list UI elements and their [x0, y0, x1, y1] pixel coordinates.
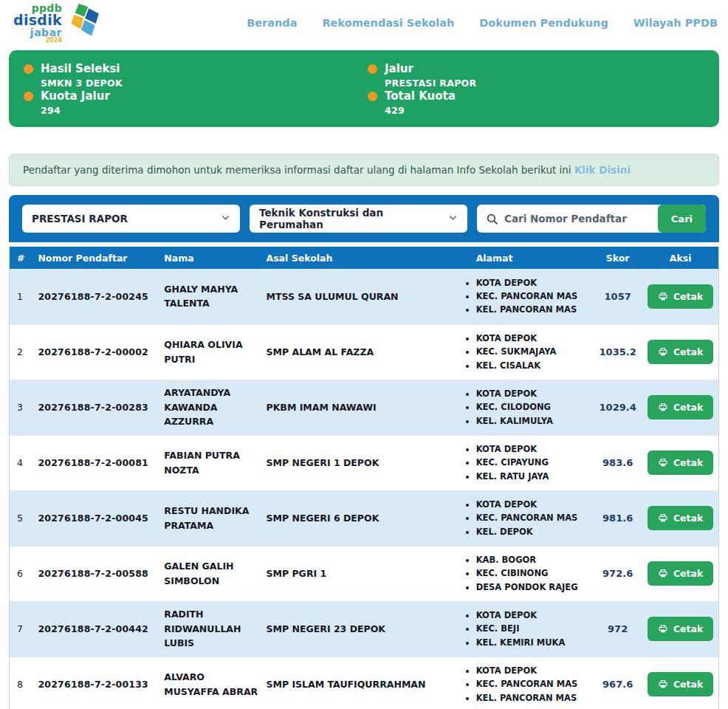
- summary-jalur: Jalur PRESTASI RAPOR: [368, 62, 704, 89]
- table-header: # Nomor Pendaftar Nama Asal Sekolah Alam…: [10, 247, 718, 269]
- alamat-line: KEL. PANCORAN MAS: [476, 303, 593, 316]
- cetak-button[interactable]: Cetak: [648, 451, 713, 475]
- alamat: KOTA DEPOKKEC. PANCORAN MASKEL. DEPOK: [441, 490, 593, 546]
- skor: 1035.2: [593, 324, 642, 380]
- alamat-line: KAB. BOGOR: [476, 553, 593, 566]
- nama: RESTU HANDIKA PRATAMA: [164, 490, 266, 546]
- cetak-label: Cetak: [673, 291, 703, 302]
- alamat-list: KOTA DEPOKKEC. SUKMAJAYAKEL. CISALAK: [476, 332, 593, 372]
- skor: 972: [593, 601, 642, 657]
- alamat-line: KEC. PANCORAN MAS: [476, 511, 593, 524]
- asal-sekolah: PKBM IMAM NAWAWI: [267, 380, 441, 435]
- table-row: 520276188-7-2-00045RESTU HANDIKA PRATAMA…: [10, 490, 718, 546]
- nav-dokumen-pendukung[interactable]: Dokumen Pendukung: [479, 17, 608, 29]
- alamat-line: KEC. PANCORAN MAS: [476, 677, 593, 691]
- nama: FABIAN PUTRA NOZTA: [164, 435, 266, 490]
- search-input[interactable]: [504, 205, 658, 233]
- summary-label: Jalur: [385, 62, 413, 75]
- logo-wordmark: ppdb disdik jabar 2024: [13, 3, 62, 44]
- cetak-label: Cetak: [673, 402, 703, 413]
- nomor-pendaftar: 20276188-7-2-00045: [38, 490, 164, 546]
- nama: ARYATANDYA KAWANDA AZZURRA: [164, 380, 266, 435]
- selection-summary-panel: Hasil Seleksi SMKN 3 DEPOK Jalur PRESTAS…: [9, 50, 719, 127]
- summary-value: PRESTASI RAPOR: [385, 78, 704, 89]
- nomor-pendaftar: 20276188-7-2-00588: [38, 546, 164, 601]
- notice-text: Pendaftar yang diterima dimohon untuk me…: [23, 164, 571, 176]
- printer-icon: [658, 403, 668, 412]
- summary-label: Total Kuota: [385, 89, 456, 103]
- alamat-line: KEC. CILODONG: [476, 400, 593, 414]
- alamat-line: KOTA DEPOK: [476, 664, 593, 677]
- cetak-button[interactable]: Cetak: [648, 672, 713, 696]
- printer-icon: [658, 513, 668, 523]
- summary-hasil-seleksi: Hasil Seleksi SMKN 3 DEPOK: [24, 62, 360, 89]
- alamat-line: DESA PONDOK RAJEG: [476, 580, 593, 594]
- bullet-icon: [24, 64, 33, 74]
- aksi-cell: Cetak: [642, 601, 718, 657]
- row-index: 4: [10, 435, 38, 490]
- nav-wilayah-ppdb[interactable]: Wilayah PPDB: [633, 17, 718, 29]
- printer-icon: [658, 679, 668, 689]
- row-index: 5: [10, 490, 38, 546]
- nav-beranda[interactable]: Beranda: [247, 17, 297, 29]
- alamat-line: KEC. CIBINONG: [476, 566, 593, 580]
- alamat-list: KOTA DEPOKKEC. CIPAYUNGKEL. RATU JAYA: [476, 442, 593, 483]
- results-table-wrap: # Nomor Pendaftar Nama Asal Sekolah Alam…: [9, 247, 719, 709]
- results-table: # Nomor Pendaftar Nama Asal Sekolah Alam…: [10, 247, 718, 709]
- aksi-cell: Cetak: [642, 490, 718, 546]
- alamat-line: KOTA DEPOK: [476, 498, 593, 511]
- open-book-icon: [63, 2, 102, 44]
- cetak-button[interactable]: Cetak: [648, 340, 713, 364]
- alamat: KOTA DEPOKKEC. PANCORAN MASKEL. PANCORAN…: [441, 269, 593, 324]
- nomor-pendaftar: 20276188-7-2-00133: [38, 657, 164, 709]
- cetak-label: Cetak: [673, 568, 703, 579]
- alamat-line: KOTA DEPOK: [476, 332, 593, 345]
- klik-disini-link[interactable]: Klik Disini: [574, 164, 631, 176]
- cetak-button[interactable]: Cetak: [648, 395, 713, 419]
- alamat: KOTA DEPOKKEC. BEJIKEL. KEMIRI MUKA: [441, 601, 593, 657]
- cetak-button[interactable]: Cetak: [648, 617, 713, 641]
- alamat-line: KEL. KEMIRI MUKA: [476, 636, 593, 649]
- col-header-no: #: [10, 247, 38, 269]
- kompetensi-select[interactable]: Teknik Konstruksi dan Perumahan: [250, 205, 467, 233]
- alamat: KOTA DEPOKKEC. CILODONGKEL. KALIMULYA: [441, 380, 593, 435]
- alamat-line: KEL. RATU JAYA: [476, 470, 593, 483]
- nav-rekomendasi-sekolah[interactable]: Rekomendasi Sekolah: [322, 17, 454, 29]
- cetak-label: Cetak: [673, 679, 703, 690]
- jalur-select[interactable]: PRESTASI RAPOR: [22, 205, 240, 233]
- alamat-line: KOTA DEPOK: [476, 387, 593, 400]
- bullet-icon: [24, 92, 33, 101]
- col-header-aksi: Aksi: [642, 247, 718, 269]
- summary-value: 429: [385, 105, 704, 116]
- summary-value: SMKN 3 DEPOK: [41, 78, 360, 89]
- search-icon: [477, 213, 504, 225]
- row-index: 7: [10, 601, 38, 657]
- printer-icon: [658, 569, 668, 578]
- alamat-list: KOTA DEPOKKEC. PANCORAN MASKEL. PANCORAN…: [476, 276, 593, 317]
- logo-jabar: jabar: [13, 27, 62, 38]
- aksi-cell: Cetak: [642, 546, 718, 601]
- col-header-nama: Nama: [164, 247, 266, 269]
- alamat-line: KEL. PANCORAN MAS: [476, 691, 593, 705]
- skor: 967.6: [593, 657, 642, 709]
- skor: 983.6: [593, 435, 642, 490]
- alamat-line: KEC. PANCORAN MAS: [476, 290, 593, 303]
- skor: 972.6: [593, 546, 642, 601]
- cetak-button[interactable]: Cetak: [648, 506, 713, 530]
- logo-link[interactable]: ppdb disdik jabar 2024: [13, 2, 102, 44]
- col-header-nomor-pendaftar: Nomor Pendaftar: [38, 247, 164, 269]
- alamat-line: KEC. BEJI: [476, 622, 593, 635]
- nomor-pendaftar: 20276188-7-2-00245: [38, 269, 164, 324]
- printer-icon: [658, 347, 668, 357]
- cetak-button[interactable]: Cetak: [648, 284, 713, 309]
- cetak-label: Cetak: [673, 513, 703, 524]
- nomor-pendaftar: 20276188-7-2-00283: [38, 380, 164, 435]
- alamat-list: KOTA DEPOKKEC. BEJIKEL. KEMIRI MUKA: [476, 609, 593, 649]
- skor: 981.6: [593, 490, 642, 546]
- cari-button[interactable]: Cari: [658, 205, 706, 233]
- aksi-cell: Cetak: [642, 657, 718, 709]
- cetak-button[interactable]: Cetak: [648, 561, 713, 586]
- summary-kuota-jalur: Kuota Jalur 294: [24, 89, 360, 117]
- aksi-cell: Cetak: [642, 380, 718, 435]
- top-bar: ppdb disdik jabar 2024 Beranda Rekomenda…: [0, 0, 728, 46]
